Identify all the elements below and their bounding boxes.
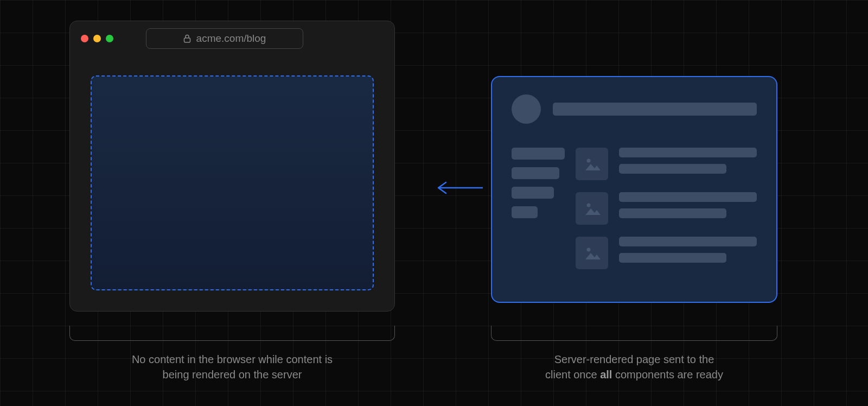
- rendered-page-preview: [491, 76, 777, 303]
- title-placeholder: [553, 103, 757, 116]
- close-icon: [81, 35, 88, 42]
- text-line: [619, 208, 726, 218]
- text-line: [619, 164, 726, 174]
- bracket-right: [491, 326, 777, 341]
- svg-marker-3: [585, 164, 601, 170]
- skeleton-card: [576, 148, 757, 180]
- svg-point-6: [587, 248, 591, 252]
- avatar-placeholder: [512, 94, 541, 124]
- skeleton-sidebar: [512, 148, 565, 269]
- address-bar: acme.com/blog: [146, 28, 303, 49]
- text-line: [619, 253, 726, 263]
- svg-marker-5: [585, 208, 601, 215]
- svg-rect-0: [184, 38, 190, 42]
- image-placeholder-icon: [576, 237, 608, 269]
- skeleton-header: [512, 94, 757, 124]
- empty-viewport-placeholder: [91, 75, 374, 290]
- text-line: [619, 192, 757, 202]
- image-placeholder-icon: [576, 192, 608, 225]
- sidebar-line: [512, 148, 565, 160]
- browser-titlebar: acme.com/blog: [70, 21, 394, 56]
- sidebar-line: [512, 187, 554, 199]
- sidebar-line: [512, 206, 538, 218]
- svg-point-2: [587, 159, 591, 163]
- zoom-icon: [106, 35, 113, 42]
- lock-icon: [183, 34, 191, 43]
- text-line: [619, 148, 757, 157]
- skeleton-card: [576, 237, 757, 269]
- caption-browser: No content in the browser while content …: [69, 352, 395, 382]
- sidebar-line: [512, 167, 559, 179]
- url-text: acme.com/blog: [196, 33, 266, 45]
- minimize-icon: [93, 35, 101, 42]
- traffic-lights: [81, 35, 113, 42]
- arrow-left-icon: [434, 180, 484, 195]
- svg-point-4: [587, 204, 591, 207]
- browser-window: acme.com/blog: [69, 21, 395, 312]
- caption-rendered: Server-rendered page sent to the client …: [491, 352, 777, 382]
- bracket-left: [69, 326, 395, 341]
- skeleton-card: [576, 192, 757, 225]
- svg-marker-7: [585, 253, 601, 259]
- text-line: [619, 237, 757, 246]
- image-placeholder-icon: [576, 148, 608, 180]
- skeleton-content: [576, 148, 757, 269]
